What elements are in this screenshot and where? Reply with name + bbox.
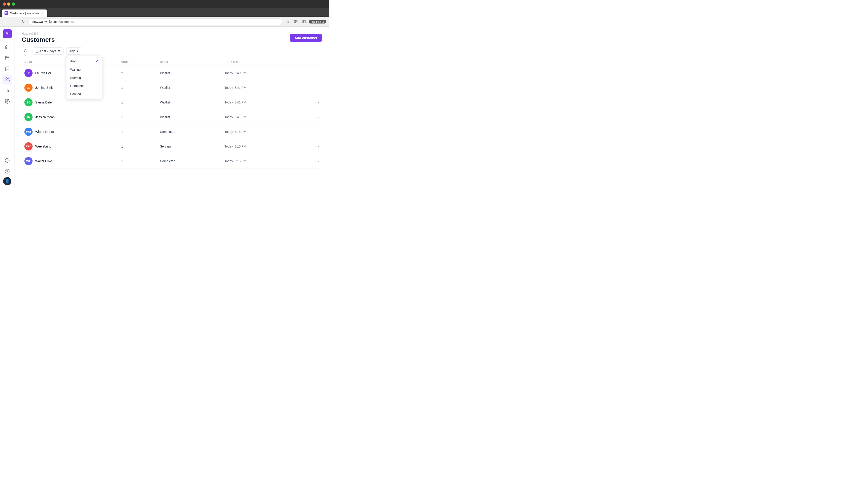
tab-close-btn[interactable]: ✕ — [41, 11, 44, 15]
sidebar-item-chat[interactable] — [2, 64, 12, 74]
state-filter-label: Any — [69, 49, 74, 53]
incognito-badge[interactable]: Incognito (2) — [309, 20, 327, 24]
main-content: Moodjoy7434 Customers ⋯ Add customer — [14, 27, 329, 188]
cell-state: Waitlist — [157, 66, 222, 80]
cell-actions[interactable]: ⋯ — [303, 110, 322, 125]
search-btn[interactable] — [22, 47, 30, 55]
cell-actions[interactable]: ⋯ — [303, 139, 322, 154]
date-filter-btn[interactable]: Last 7 days ▼ — [33, 47, 64, 55]
svg-point-10 — [6, 78, 7, 79]
page-header: Moodjoy7434 Customers ⋯ Add customer — [14, 27, 329, 43]
cell-name: JM Jessica Moon — [22, 110, 119, 125]
bookmark-btn[interactable]: ☆ — [285, 19, 291, 25]
workspace-avatar[interactable]: M — [3, 29, 12, 38]
sidebar-item-settings[interactable] — [2, 96, 12, 106]
window-minimize-btn[interactable] — [7, 2, 10, 6]
customer-avatar: WY — [24, 142, 33, 151]
cell-updated: Today, 3:41 PM — [222, 95, 303, 110]
dropdown-item-waiting[interactable]: Waiting — [66, 66, 102, 74]
app-container: M — [0, 27, 329, 188]
table-row[interactable]: WD Wlater Drake 1 Completed Today, 3:15 … — [22, 125, 322, 139]
sidebar-toggle-btn[interactable] — [301, 19, 307, 25]
tab-favicon: W — [4, 11, 8, 15]
dropdown-item-complete[interactable]: Complete — [66, 82, 102, 90]
svg-point-18 — [24, 50, 27, 52]
customers-table-container: NAME VISITS STATE UPDATED ↕ LD Lauren De… — [14, 59, 329, 188]
cell-state: Completed — [157, 154, 222, 168]
forward-btn[interactable]: → — [11, 19, 18, 25]
state-filter-caret: ▲ — [76, 49, 79, 53]
sidebar-item-home[interactable] — [2, 42, 12, 52]
svg-rect-1 — [296, 20, 297, 22]
add-customer-btn[interactable]: Add customer — [290, 34, 322, 42]
cell-name: WY Wee Young — [22, 139, 119, 154]
cell-updated: Today, 3:15 PM — [222, 139, 303, 154]
cell-state: Waitlist — [157, 110, 222, 125]
cell-visits: 1 — [119, 80, 157, 95]
sidebar-item-lightning[interactable] — [2, 156, 12, 165]
customer-avatar: WL — [24, 157, 33, 165]
svg-rect-20 — [36, 50, 38, 53]
cell-name: WL Walter Luke — [22, 154, 119, 168]
browser-window-controls — [0, 0, 329, 8]
dropdown-item-serving[interactable]: Serving — [66, 74, 102, 82]
cell-updated: Today, 3:15 PM — [222, 125, 303, 139]
svg-rect-6 — [5, 56, 9, 60]
date-filter-chevron: ▼ — [58, 49, 61, 53]
customer-name: Wlater Drake — [35, 130, 54, 133]
cell-visits: 2 — [119, 66, 157, 80]
more-options-btn[interactable]: ⋯ — [279, 34, 287, 42]
col-updated[interactable]: UPDATED ↕ — [222, 59, 303, 66]
cell-updated: Today, 3:49 PM — [222, 66, 303, 80]
customer-avatar: JS — [24, 84, 33, 92]
extensions-btn[interactable] — [293, 19, 299, 25]
table-row[interactable]: WL Walter Luke 1 Completed Today, 3:15 P… — [22, 154, 322, 168]
customer-avatar: WD — [24, 128, 33, 136]
cell-actions[interactable]: ⋯ — [303, 125, 322, 139]
state-filter-wrapper: Any ▲ Any✓WaitingServingCompleteBooked — [66, 47, 82, 55]
sidebar-item-help[interactable] — [2, 166, 12, 176]
state-dropdown-menu: Any✓WaitingServingCompleteBooked — [66, 56, 102, 99]
customer-name: Lauren Deli — [35, 71, 52, 75]
cell-visits: 1 — [119, 95, 157, 110]
svg-point-14 — [6, 101, 8, 102]
col-actions — [303, 59, 322, 66]
back-btn[interactable]: ← — [3, 19, 9, 25]
sidebar-item-customers[interactable] — [2, 74, 12, 85]
new-tab-btn[interactable]: + — [48, 10, 55, 16]
user-avatar[interactable]: 👤 — [3, 177, 11, 185]
cell-actions[interactable]: ⋯ — [303, 66, 322, 80]
cell-actions[interactable]: ⋯ — [303, 95, 322, 110]
dropdown-item-any[interactable]: Any✓ — [66, 57, 102, 66]
customer-avatar: JM — [24, 113, 33, 121]
cell-updated: Today, 3:41 PM — [222, 110, 303, 125]
svg-rect-3 — [296, 22, 297, 23]
window-close-btn[interactable] — [3, 2, 6, 6]
active-tab[interactable]: W Customers | Waitwhile ✕ — [2, 9, 47, 17]
sidebar-item-analytics[interactable] — [2, 86, 12, 95]
cell-visits: 1 — [119, 154, 157, 168]
table-row[interactable]: JM Jessica Moon 1 Waitlist Today, 3:41 P… — [22, 110, 322, 125]
svg-rect-0 — [294, 20, 296, 22]
customer-name: Jemina Smith — [35, 86, 55, 90]
col-visits: VISITS — [119, 59, 157, 66]
dropdown-item-booked[interactable]: Booked — [66, 90, 102, 98]
customer-avatar: LD — [24, 69, 33, 77]
cell-state: Completed — [157, 125, 222, 139]
sidebar-item-calendar[interactable] — [2, 53, 12, 63]
sidebar: M — [0, 27, 14, 188]
customer-name: Wee Young — [35, 144, 51, 148]
address-bar: ← → ↻ new.waitwhile.com/customers ☆ Inco… — [0, 17, 329, 27]
window-maximize-btn[interactable] — [12, 2, 15, 6]
cell-visits: 1 — [119, 125, 157, 139]
url-input[interactable]: new.waitwhile.com/customers — [29, 18, 282, 25]
cell-actions[interactable]: ⋯ — [303, 80, 322, 95]
cell-state: Serving — [157, 139, 222, 154]
header-actions: ⋯ Add customer — [279, 34, 322, 42]
state-filter-btn[interactable]: Any ▲ — [66, 47, 82, 55]
tab-bar: W Customers | Waitwhile ✕ + — [0, 8, 329, 17]
table-row[interactable]: WY Wee Young 1 Serving Today, 3:15 PM ⋯ — [22, 139, 322, 154]
cell-actions[interactable]: ⋯ — [303, 154, 322, 168]
cell-name: WD Wlater Drake — [22, 125, 119, 139]
refresh-btn[interactable]: ↻ — [20, 19, 26, 25]
